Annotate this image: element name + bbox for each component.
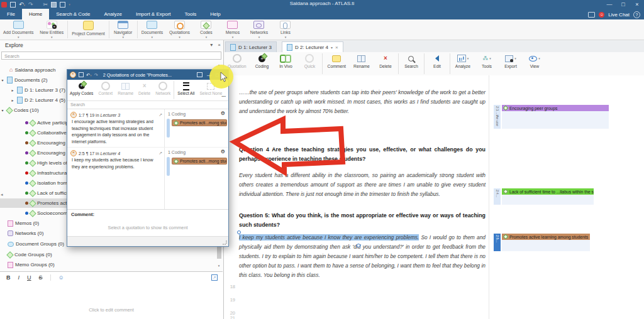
tab-tools[interactable]: Tools	[178, 9, 204, 19]
redo-icon[interactable]: ↷	[94, 72, 98, 78]
live-chat-label[interactable]: Live Chat	[608, 12, 630, 18]
coding-button[interactable]: + Coding	[250, 52, 274, 75]
resize-grip[interactable]	[223, 241, 227, 245]
tab-home[interactable]: Home	[22, 9, 49, 19]
comment-button[interactable]: Comment	[323, 52, 349, 75]
network-icon	[158, 82, 167, 90]
tree-item-code-groups[interactable]: Code Groups (0)	[0, 250, 231, 259]
expand-icon[interactable]: ↗	[158, 151, 162, 156]
popout-icon[interactable]: ↗	[211, 274, 218, 281]
project-comment-button[interactable]: Project Comment	[69, 19, 108, 40]
code-chip[interactable]: Promotes acti...mong students	[172, 119, 227, 126]
tab-file[interactable]: File	[0, 9, 22, 19]
tab-help[interactable]: Help	[203, 9, 227, 19]
chevron-down-icon[interactable]: ▾	[331, 45, 333, 50]
undo-icon[interactable]: ↶▾	[86, 72, 92, 78]
codes-button[interactable]: Codes▾	[193, 19, 219, 40]
quotation-ref-2-1[interactable]: 2:1 ...the use of...	[494, 105, 501, 129]
code-icon	[29, 210, 36, 217]
quotation-row-2[interactable]: ❞ 2:5 ¶ 17 in Lecturer 4 ↗ I keep my stu…	[67, 147, 228, 185]
documents-icon	[147, 21, 157, 29]
minimize-button[interactable]: —	[602, 1, 616, 8]
feedback-icon[interactable]	[588, 12, 595, 18]
scroll-down-icon[interactable]: ▾	[216, 264, 221, 268]
code-icon	[29, 139, 36, 146]
select-all-button[interactable]: Select All	[175, 80, 197, 100]
navigator-button[interactable]: Navigator▾	[110, 19, 136, 40]
edit-icon	[435, 55, 439, 62]
delete-button[interactable]: × Delete	[374, 52, 397, 75]
tab-search-and-code[interactable]: Search & Code	[49, 9, 97, 19]
quotations-button[interactable]: Quotations▾	[166, 19, 193, 40]
add-documents-button[interactable]: Add Documents▾	[0, 19, 36, 40]
network-button[interactable]: Network	[153, 80, 173, 100]
explore-search-input[interactable]: Search	[1, 51, 221, 60]
dialog-toolbar: + Apply Codes Context Rename × Delete Ne…	[67, 80, 228, 101]
gear-icon[interactable]: ⚙	[221, 149, 225, 154]
overflow-button[interactable]: ...	[221, 92, 226, 98]
tab-import-export[interactable]: Import & Export	[129, 9, 178, 19]
tab-close-icon[interactable]: ×	[335, 45, 338, 50]
dialog-title-bar[interactable]: ❞ ↶▾ ↷ 2 Quotations of code "Promotes...…	[67, 70, 228, 80]
apply-codes-button[interactable]: + Apply Codes	[67, 80, 96, 100]
tab-doc2-active[interactable]: D 2: Lecturer 4 ▾ ×	[282, 41, 343, 52]
tools-button[interactable]: ⁂▾ Tools	[475, 52, 499, 75]
close-button[interactable]: ×	[630, 1, 644, 8]
quick-button[interactable]: Quick	[297, 52, 321, 75]
collapse-icon[interactable]: ▾	[0, 78, 5, 82]
view-button[interactable]: ▾ View	[523, 52, 547, 75]
networks-button[interactable]: Networks▾	[246, 19, 272, 40]
context-button[interactable]: Context	[96, 80, 115, 100]
rename-icon	[357, 55, 365, 62]
rename-button[interactable]: Rename	[115, 80, 136, 100]
expand-icon[interactable]: ▸	[10, 98, 15, 102]
documents-button[interactable]: Documents▾	[138, 19, 166, 40]
edit-button[interactable]: Edit	[425, 52, 449, 75]
dialog-search-input[interactable]: Search	[67, 100, 228, 109]
underline-button[interactable]: U	[27, 274, 31, 281]
quotation-ref-2-4[interactable]: 2:4...	[494, 188, 501, 205]
maximize-button[interactable]: □	[616, 1, 630, 8]
search-button[interactable]: Search	[399, 52, 423, 75]
tab-doc1[interactable]: D 1: Lecturer 3	[225, 41, 277, 52]
expand-icon[interactable]: ↗	[158, 112, 162, 117]
selection-handle-end[interactable]	[357, 244, 360, 247]
document-icon	[17, 97, 23, 104]
links-button[interactable]: Links▾	[272, 19, 299, 40]
new-entities-button[interactable]: New Entities▾	[36, 19, 67, 40]
tools-icon: ⁂	[482, 55, 488, 62]
strikethrough-button[interactable]: S	[39, 274, 43, 281]
gear-icon[interactable]: ⚙	[221, 111, 225, 116]
expand-icon[interactable]: ▸	[10, 88, 15, 92]
collapse-icon[interactable]: ▾	[0, 108, 5, 112]
help-icon[interactable]: ?	[633, 11, 640, 18]
emoji-button[interactable]: ☺	[58, 274, 64, 281]
delete-button[interactable]: × Delete	[136, 80, 153, 100]
bold-button[interactable]: B	[6, 274, 11, 281]
tree-item-memo-groups[interactable]: Memo Groups (0)	[0, 260, 231, 269]
tab-analyze[interactable]: Analyze	[97, 9, 129, 19]
italic-button[interactable]: I	[18, 274, 20, 281]
panel-close-icon[interactable]: ×	[218, 42, 221, 48]
paragraph-answer-5: I keep my students active because I know…	[239, 233, 486, 280]
margin-code-lack-of-time[interactable]: Lack of sufficient time to ...llabus wit…	[502, 188, 594, 195]
memos-button[interactable]: Memos▾	[219, 19, 246, 40]
dock-icon[interactable]	[197, 72, 203, 77]
comment-placeholder[interactable]: Click to edit comment	[0, 307, 223, 313]
highlighted-quotation[interactable]: I keep my students active because I know…	[239, 234, 419, 241]
quotation-row-1[interactable]: ❞ 1:7 ¶ 19 in Lecturer 3 ↗ I encourage a…	[67, 109, 228, 147]
in-vivo-button[interactable]: In Vivo	[274, 52, 297, 75]
margin-code-promotes-active-learning[interactable]: Promotes active learning among students	[502, 234, 590, 240]
analyze-button[interactable]: ▾ Analyze	[451, 52, 475, 75]
margin-code-encouraging-peer-groups[interactable]: Encouraging peer groups	[502, 105, 609, 111]
live-chat-icon[interactable]: ☺	[599, 12, 604, 18]
export-button[interactable]: ▾ Export	[499, 52, 523, 75]
save-icon[interactable]	[79, 72, 84, 77]
documents-folder-icon	[7, 77, 13, 84]
quotation-ref-2-5-selected[interactable]: 2:5...	[494, 234, 501, 251]
panel-menu-icon[interactable]: ▾	[210, 42, 213, 48]
panel-collapse-icon[interactable]: ◂	[1, 192, 3, 197]
rename-button[interactable]: Rename	[350, 52, 374, 75]
selection-handle-start[interactable]	[237, 230, 241, 234]
code-chip[interactable]: Promotes acti...mong students	[172, 158, 227, 165]
